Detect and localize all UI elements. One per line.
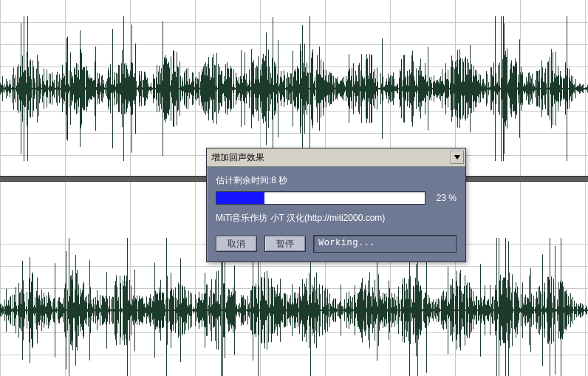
waveform-canvas	[0, 15, 588, 163]
button-row: 取消 暂停 Working...	[216, 235, 457, 253]
audio-track-1[interactable]	[0, 15, 588, 163]
dialog-titlebar[interactable]: 增加回声效果	[207, 148, 465, 167]
progress-fill	[216, 192, 264, 204]
progress-percent: 23 %	[431, 193, 457, 203]
progress-bar	[216, 191, 425, 205]
svg-marker-0	[454, 155, 460, 160]
dialog-body: 估计剩余时间:8 秒 23 % MiTi音乐作坊 小T 汉化(http://mi…	[207, 167, 465, 262]
dropdown-icon[interactable]	[451, 151, 464, 164]
credit-line: MiTi音乐作坊 小T 汉化(http://miti2000.com)	[216, 212, 457, 225]
cancel-button[interactable]: 取消	[216, 236, 257, 252]
progress-dialog: 增加回声效果 估计剩余时间:8 秒 23 % MiTi音乐作坊 小T 汉化(ht…	[206, 148, 466, 262]
status-text: Working...	[313, 235, 457, 253]
waveform-editor: 增加回声效果 估计剩余时间:8 秒 23 % MiTi音乐作坊 小T 汉化(ht…	[0, 0, 588, 376]
progress-row: 23 %	[216, 191, 457, 205]
pause-button[interactable]: 暂停	[264, 236, 306, 252]
dialog-title: 增加回声效果	[211, 151, 264, 164]
time-remaining-label: 估计剩余时间:8 秒	[216, 174, 457, 187]
